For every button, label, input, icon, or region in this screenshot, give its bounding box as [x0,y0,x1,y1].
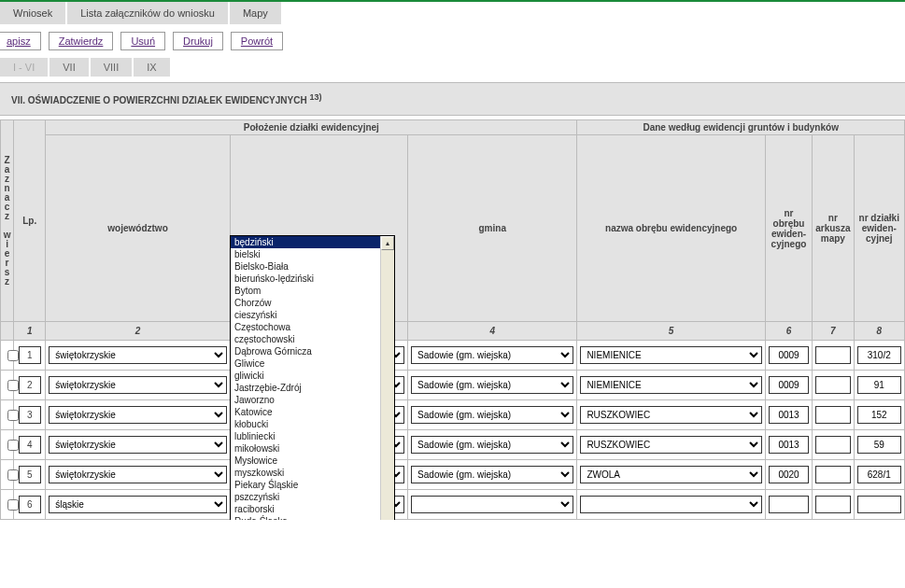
nr-arkusza-input[interactable] [815,406,850,424]
scroll-up-arrow[interactable]: ▴ [381,236,394,250]
powiat-option[interactable]: raciborski [231,503,394,515]
dropdown-scrollbar[interactable]: ▴ ▾ [380,236,394,520]
powiat-option[interactable]: lubliniecki [231,430,394,442]
lp-value: 2 [19,376,41,394]
row-select-checkbox[interactable] [7,440,19,451]
powiat-option[interactable]: cieszyński [231,309,394,321]
nr-obrebu-input[interactable] [769,496,809,513]
row-select-checkbox[interactable] [7,350,19,361]
obr-select[interactable] [580,496,761,513]
zapisz-button[interactable]: apisz [0,32,41,50]
tab-lista-zalacznikow[interactable]: Lista załączników do wniosku [67,2,228,24]
nr-arkusza-input[interactable] [815,466,850,483]
powiat-option[interactable]: pszczyński [231,491,394,503]
usun-button[interactable]: Usuń [120,32,165,50]
row-select-checkbox[interactable] [7,380,19,391]
row-select-checkbox[interactable] [7,469,19,481]
colnum-5: 5 [577,322,765,341]
drukuj-button[interactable]: Drukuj [173,32,223,50]
powiat-option[interactable]: Bytom [231,285,394,297]
gmina-select[interactable]: Sadowie (gm. wiejska) [411,466,573,483]
nr-arkusza-input[interactable] [815,496,850,513]
header-polozenie: Położenie działki ewidencyjnej [46,120,577,135]
header-dane: Dane według ewidencji gruntów i budynków [577,120,905,135]
nr-dzialki-input[interactable] [857,406,902,424]
tab-wniosek[interactable]: Wniosek [0,2,65,24]
gmina-select[interactable]: Sadowie (gm. wiejska) [411,436,573,454]
gmina-select[interactable]: Sadowie (gm. wiejska) [411,376,573,394]
powiat-dropdown-list[interactable]: będzińskibielskiBielsko-Białabieruńsko-l… [230,235,395,520]
obr-select[interactable]: NIEMIENICE [580,376,761,394]
powiat-option[interactable]: mikołowski [231,442,394,455]
colnum-1: 1 [14,322,46,341]
lp-value: 6 [19,496,41,513]
gmina-select[interactable]: Sadowie (gm. wiejska) [411,406,573,424]
nr-obrebu-input[interactable] [769,376,809,394]
row-select-checkbox[interactable] [7,410,19,421]
nr-dzialki-input[interactable] [857,496,902,513]
colnum-blank [1,322,14,341]
powiat-option[interactable]: bieruńsko-lędziński [231,273,394,285]
section-tabs: I - VI VII VIII IX [0,58,905,77]
nr-arkusza-input[interactable] [815,376,850,394]
wojewodztwo-select[interactable]: świętokrzyskie [49,376,226,394]
scroll-track[interactable] [381,250,394,520]
powiat-option[interactable]: Jaworzno [231,394,394,406]
nr-arkusza-input[interactable] [815,346,850,364]
tab-roman-7[interactable]: VII [49,58,88,77]
powiat-option[interactable]: Mysłowice [231,455,394,467]
powiat-option[interactable]: Bielsko-Biała [231,260,394,273]
wojewodztwo-select[interactable]: świętokrzyskie [49,346,226,364]
powrot-button[interactable]: Powrót [231,32,283,50]
lp-value: 3 [19,406,41,424]
powiat-option[interactable]: Częstochowa [231,321,394,333]
table-row: 2świętokrzyskieSadowie (gm. wiejska)NIEM… [1,371,905,400]
obr-select[interactable]: ZWOLA [580,466,761,483]
tab-roman-1-6[interactable]: I - VI [0,58,48,77]
nr-obrebu-input[interactable] [769,346,809,364]
nr-dzialki-input[interactable] [857,376,902,394]
zatwierdz-button[interactable]: Zatwierdz [49,32,114,50]
nr-obrebu-input[interactable] [769,436,809,454]
nr-obrebu-input[interactable] [769,466,809,483]
wojewodztwo-select[interactable]: świętokrzyskie [49,466,226,483]
gmina-select[interactable] [411,496,573,513]
wojewodztwo-select[interactable]: świętokrzyskie [49,406,226,424]
colnum-4: 4 [408,322,577,341]
nr-arkusza-input[interactable] [815,436,850,454]
tab-roman-9[interactable]: IX [134,58,169,77]
obr-select[interactable]: NIEMIENICE [580,346,761,364]
powiat-option[interactable]: kłobucki [231,418,394,430]
powiat-option[interactable]: Piekary Śląskie [231,479,394,491]
lp-value: 5 [19,466,41,483]
powiat-option[interactable]: gliwicki [231,370,394,382]
header-wojewodztwo: województwo [46,135,230,322]
wojewodztwo-select[interactable]: świętokrzyskie [49,436,226,454]
powiat-option[interactable]: Jastrzębie-Zdrój [231,382,394,394]
colnum-8: 8 [854,322,905,341]
nr-dzialki-input[interactable] [857,436,902,454]
wojewodztwo-select[interactable]: śląskie [49,496,226,513]
powiat-option[interactable]: myszkowski [231,467,394,479]
powiat-option[interactable]: Gliwice [231,357,394,370]
nr-dzialki-input[interactable] [857,346,902,364]
row-select-checkbox[interactable] [7,499,19,511]
obr-select[interactable]: RUSZKOWIEC [580,406,761,424]
powiat-option[interactable]: częstochowski [231,333,394,345]
nr-dzialki-input[interactable] [857,466,902,483]
tab-mapy[interactable]: Mapy [230,2,281,24]
lp-value: 1 [19,346,41,364]
powiat-option[interactable]: bielski [231,248,394,260]
table-row: 3świętokrzyskieSadowie (gm. wiejska)RUSZ… [1,400,905,430]
powiat-option[interactable]: Ruda Śląska [231,515,394,520]
gmina-select[interactable]: Sadowie (gm. wiejska) [411,346,573,364]
obr-select[interactable]: RUSZKOWIEC [580,436,761,454]
powiat-option[interactable]: będziński [231,236,394,248]
section-title: VII. OŚWIADCZENIE O POWIERZCHNI DZIAŁEK … [0,82,905,116]
nr-obrebu-input[interactable] [769,406,809,424]
tab-roman-8[interactable]: VIII [91,58,133,77]
powiat-option[interactable]: Chorzów [231,297,394,309]
powiat-option[interactable]: Katowice [231,406,394,418]
dzialki-table: Zaznacz wiersz Lp. Położenie działki ewi… [0,119,905,520]
powiat-option[interactable]: Dąbrowa Górnicza [231,345,394,357]
